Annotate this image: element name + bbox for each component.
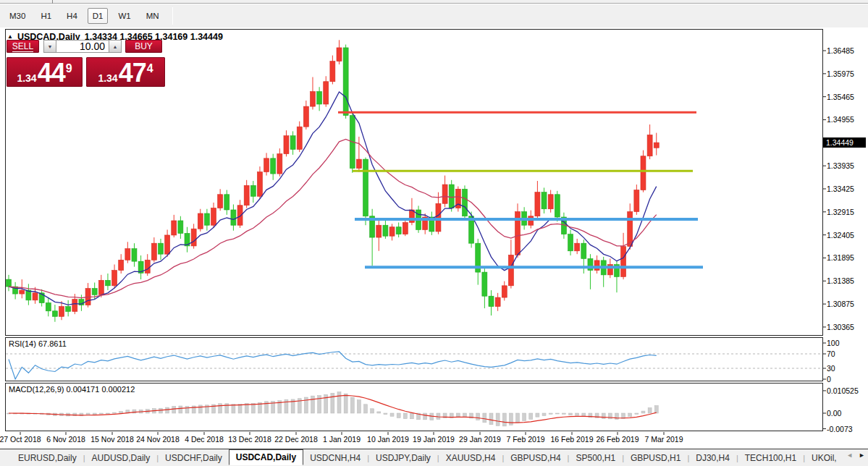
date-axis-label: 19 Jan 2019 (413, 435, 455, 444)
toolbar-divider (52, 0, 53, 4)
date-axis-label: 7 Mar 2019 (644, 435, 683, 444)
volume-input[interactable] (56, 40, 109, 53)
rsi-label: RSI(14) 67.8611 (9, 339, 67, 348)
chart-tab-ukoil[interactable]: UKOil, (805, 451, 843, 465)
date-axis-label: 4 Dec 2018 (185, 435, 224, 444)
price-axis-label: 1.31385 (827, 276, 854, 286)
chart-tab-gbpusd-h1[interactable]: GBPUSD,H1 (624, 451, 687, 465)
sell-price-pip: 9 (66, 62, 72, 75)
volume-increase-button[interactable]: ▲ (109, 40, 122, 53)
macd-axis-label: -0.0073 (827, 424, 853, 434)
timeframe-button-m30[interactable]: M30 (4, 8, 30, 24)
chart-tab-xauusd-h4[interactable]: XAUUSD,H4 (439, 451, 502, 465)
one-click-trading-widget: SELL ▼ ▲ BUY 1.34 44 9 1.34 47 4 (7, 40, 166, 87)
price-axis-label: 1.31895 (827, 253, 854, 263)
rsi-axis-label: 100 (827, 338, 840, 348)
date-axis-label: 29 Jan 2019 (459, 435, 501, 444)
rsi-axis-label: 70 (827, 349, 835, 359)
buy-price-main: 47 (119, 58, 146, 88)
macd-label: MACD(12,26,9) 0.004171 0.000212 (9, 385, 135, 394)
macd-axis-label: 0.00 (827, 408, 841, 418)
price-axis-label: 1.33935 (827, 161, 854, 171)
toolbar-separator (172, 7, 173, 25)
rsi-axis-label: 30 (827, 363, 835, 373)
price-axis-label: 1.33425 (827, 184, 854, 194)
price-axis-label: 1.32915 (827, 207, 854, 217)
timeframe-button-mn[interactable]: MN (141, 8, 164, 24)
scroll-tabs-right-icon[interactable]: ► (859, 452, 865, 459)
chart-tab-bar: EURUSD,Daily|AUDUSD,Daily|USDCHF,DailyUS… (0, 449, 868, 466)
price-axis-label: 1.35975 (827, 69, 854, 79)
date-axis-label: 15 Nov 2018 (90, 435, 134, 444)
current-price-tag: 1.34449 (823, 137, 866, 148)
chart-tab-tech100-h1[interactable]: TECH100,H1 (738, 451, 803, 465)
date-axis-label: 13 Dec 2018 (228, 435, 271, 444)
buy-price-pip: 4 (147, 62, 153, 75)
price-axis-label: 1.30365 (827, 322, 854, 332)
date-axis-label: 6 Nov 2018 (46, 435, 85, 444)
date-axis-label: 16 Feb 2019 (551, 435, 594, 444)
scroll-tabs-left-icon[interactable]: ◄ (846, 452, 853, 459)
rsi-panel[interactable] (5, 337, 823, 381)
chart-tab-sp500-h1[interactable]: SP500,H1 (569, 451, 622, 465)
price-axis-label: 1.36485 (827, 46, 854, 56)
price-axis-label: 1.32405 (827, 230, 854, 240)
rsi-axis-label: 0 (827, 374, 831, 384)
sell-price-box[interactable]: 1.34 44 9 (7, 57, 83, 87)
spin-up-icon: ▲ (113, 44, 118, 49)
chart-tab-dj30-h4[interactable]: DJ30,H4 (689, 451, 736, 465)
timeframe-button-h1[interactable]: H1 (35, 8, 56, 24)
collapse-triangle-icon[interactable]: ▲ (7, 33, 13, 40)
chart-tab-usdjpy-daily[interactable]: USDJPY,Daily (369, 451, 437, 465)
timeframe-toolbar: M30H1H4D1W1MN (0, 4, 868, 27)
chart-tab-eurusd-daily[interactable]: EURUSD,Daily (12, 451, 83, 465)
timeframe-button-w1[interactable]: W1 (113, 8, 135, 24)
upper-toolbar-edge (0, 0, 868, 4)
chart-tab-audusd-daily[interactable]: AUDUSD,Daily (85, 451, 157, 465)
date-axis-label: 1 Jan 2019 (323, 435, 361, 444)
price-axis-label: 1.30875 (827, 299, 854, 309)
chart-tab-usdcad-daily[interactable]: USDCAD,Daily (229, 449, 303, 465)
sell-price-prefix: 1.34 (17, 72, 36, 84)
price-axis-label: 1.35465 (827, 92, 854, 102)
volume-decrease-button[interactable]: ▼ (43, 40, 56, 53)
tab-scrollers: ◄ ► (846, 452, 865, 459)
date-axis-label: 24 Nov 2018 (136, 435, 180, 444)
macd-axis-label: 0.010525 (827, 386, 859, 396)
price-axis-label: 1.34955 (827, 114, 854, 124)
date-axis-label: 22 Dec 2018 (274, 435, 318, 444)
sell-price-main: 44 (38, 58, 65, 88)
timeframe-button-h4[interactable]: H4 (62, 8, 83, 24)
buy-button[interactable]: BUY (125, 40, 162, 53)
chart-tab-usdcnh-h4[interactable]: USDCNH,H4 (303, 451, 367, 465)
date-axis-label: 10 Jan 2019 (367, 435, 409, 444)
chart-tab-gbpusd-h4[interactable]: GBPUSD,H4 (504, 451, 567, 465)
timeframe-button-d1[interactable]: D1 (88, 8, 109, 24)
buy-price-prefix: 1.34 (98, 72, 117, 84)
date-axis-label: 26 Feb 2019 (597, 435, 639, 444)
chart-tab-usdchf-daily[interactable]: USDCHF,Daily (159, 451, 229, 465)
sell-button[interactable]: SELL (7, 40, 39, 53)
date-axis-label: 7 Feb 2019 (506, 435, 544, 444)
date-axis-label: 27 Oct 2018 (0, 435, 41, 444)
buy-price-box[interactable]: 1.34 47 4 (86, 57, 165, 87)
spin-down-icon: ▼ (48, 44, 53, 49)
